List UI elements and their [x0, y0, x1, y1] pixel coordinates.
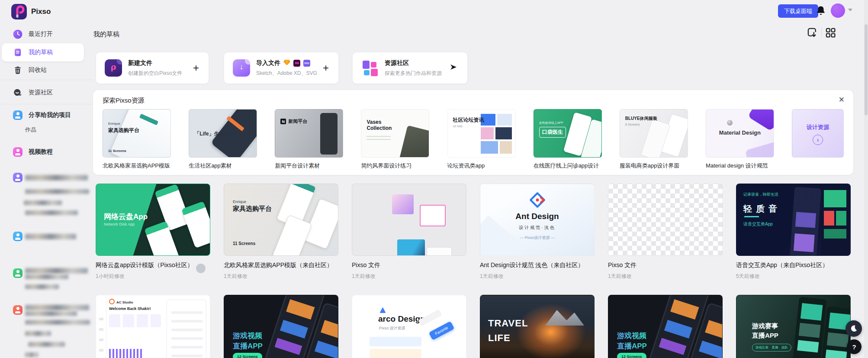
file-card-esport[interactable]: 游戏赛事 直播APP 游戏比赛、直播、战队 [736, 295, 851, 358]
sidebar-item-community[interactable]: 资源社区 [0, 85, 93, 100]
redacted-subitem[interactable] [25, 320, 90, 325]
file-thumbnail[interactable] [608, 184, 723, 256]
template-row: Enrique 家具选购平台 11 Screens 北欧风格家居选购APP模版 … [103, 109, 844, 170]
sort-order-icon[interactable] [807, 27, 818, 38]
grid-view-icon[interactable] [825, 27, 836, 38]
download-desktop-button[interactable]: 下载桌面端 [778, 4, 818, 18]
sidebar-divider [0, 104, 93, 104]
team-avatar-icon [13, 305, 23, 315]
resource-community-title: 资源社区 [385, 59, 442, 67]
file-card-empty-pixso-file[interactable]: Pixso 文件 1天前修改 [608, 184, 723, 280]
redacted-subitem[interactable] [28, 342, 65, 347]
help-button[interactable]: ? [847, 339, 862, 354]
import-file-icon: ↓ [233, 59, 250, 77]
import-file-title: 导入文件 [256, 59, 280, 67]
file-thumbnail[interactable]: 游戏视频 直播APP 12 Screens [224, 295, 338, 358]
redacted-team-item[interactable] [0, 170, 93, 185]
redacted-subitem[interactable] [25, 189, 89, 194]
sidebar-item-shared[interactable]: 分享给我的项目 [0, 107, 93, 123]
file-meta: 1天前修改 [608, 273, 723, 280]
file-meta: 1天前修改 [224, 273, 338, 280]
scrollbar-thumb[interactable] [865, 24, 868, 115]
redacted-team-item[interactable] [0, 265, 93, 281]
file-thumbnail[interactable]: 游戏视频 直播APP 12 Screens [608, 295, 723, 358]
file-thumbnail[interactable]: 网络云盘App Network Disk App [96, 184, 210, 256]
file-card-game-live-2[interactable]: 游戏视频 直播APP 12 Screens [608, 295, 723, 358]
sidebar-item-trash[interactable]: 回收站 [0, 62, 93, 78]
file-thumbnail[interactable]: AC Studio Welcome Back Shakir! [96, 295, 210, 358]
file-card-pixso-file[interactable]: Pixso 文件 1天前修改 [352, 184, 466, 280]
file-card-dashboard[interactable]: AC Studio Welcome Back Shakir! [96, 295, 210, 358]
redacted-text [25, 305, 89, 310]
template-card-forum[interactable]: 社区论坛资讯 UI kits 论坛资讯类app [447, 109, 516, 170]
template-card-nordic[interactable]: Enrique 家具选购平台 11 Screens 北欧风格家居选购APP模版 [103, 109, 171, 170]
template-card-medical[interactable]: 全民医保线上APP 口袋医生 在线医疗线上问诊app设计 [534, 109, 602, 170]
template-card-material[interactable]: Material Design Material design 设计规范 [706, 109, 774, 170]
notification-bell-icon[interactable] [815, 5, 826, 16]
file-card-game-live[interactable]: 游戏视频 直播APP 12 Screens [224, 295, 338, 358]
redacted-text [25, 274, 68, 279]
file-card-nordic-app[interactable]: Enrique 家具选购平台 11 Screens 北欧风格家居选购APP模版（… [224, 184, 338, 280]
close-icon[interactable]: ✕ [839, 95, 845, 104]
plus-icon[interactable]: + [323, 62, 329, 74]
file-title: 网络云盘app设计模版（Pixso社区） [96, 261, 210, 269]
team-avatar-icon [13, 232, 23, 241]
redacted-subitem[interactable] [25, 210, 78, 215]
redacted-team-item[interactable] [0, 302, 93, 318]
redacted-subitem[interactable] [25, 284, 59, 289]
scrollbar-track[interactable] [864, 0, 868, 358]
template-caption: 服装电商类app设计界面 [620, 162, 688, 170]
file-card-ant-design[interactable]: Ant Design 设计规范·浅色 — Pixso设计资源 — Ant Des… [480, 184, 595, 280]
redacted-subitem[interactable] [25, 331, 51, 336]
new-file-card[interactable]: ρ 新建文件 创建新的空白Pixso文件 + [96, 52, 209, 84]
file-meta: 1天前修改 [480, 273, 595, 280]
collaborator-avatar[interactable] [196, 264, 206, 273]
arrow-right-icon[interactable] [449, 62, 458, 74]
template-card-clothing[interactable]: BLUYE休闲服装 8 Screens 服装电商类app设计界面 [620, 109, 688, 170]
draft-file-icon [13, 48, 23, 57]
sidebar-item-drafts[interactable]: 我的草稿 [2, 43, 84, 61]
file-card-travel-life[interactable]: TRAVEL LIFE [480, 295, 595, 358]
sidebar-item-tutorials[interactable]: 视频教程 [0, 144, 93, 160]
file-thumbnail[interactable]: Ant Design 设计规范·浅色 — Pixso设计资源 — [480, 184, 595, 256]
theme-toggle-button[interactable] [845, 320, 862, 337]
file-thumbnail[interactable]: 记录语音，聆听生活 轻质音 语音交互类App [736, 184, 851, 256]
sidebar-subitem-works[interactable]: 作品 [25, 126, 36, 134]
file-card-voice-app[interactable]: 记录语音，聆听生活 轻质音 语音交互类App 语音交互类App（来自Pixso社… [736, 184, 851, 280]
file-thumbnail[interactable] [352, 184, 466, 256]
template-caption: 在线医疗线上问诊app设计 [534, 162, 602, 170]
sidebar: 最近打开 我的草稿 回收站 [0, 0, 93, 358]
file-thumbnail[interactable]: arco Design Pixso 设计资源 Favorite [352, 295, 466, 358]
redacted-team-item[interactable] [0, 229, 93, 244]
template-card-life[interactable]: 「Life」生活社区 生活社区app素材 [189, 109, 257, 170]
redacted-subitem[interactable] [24, 200, 62, 205]
template-card-news[interactable]: N 新闻平台 新闻平台设计素材 [275, 109, 343, 170]
file-thumbnail[interactable]: TRAVEL LIFE [480, 295, 595, 358]
file-thumbnail[interactable]: 游戏赛事 直播APP 游戏比赛、直播、战队 [736, 295, 851, 358]
shared-avatar-icon [13, 110, 23, 120]
new-file-title: 新建文件 [128, 59, 182, 67]
file-card-arco-design[interactable]: arco Design Pixso 设计资源 Favorite [352, 295, 466, 358]
sidebar-item-recent[interactable]: 最近打开 [0, 26, 93, 42]
import-file-card[interactable]: ↓ 导入文件 Xd SVG Sketch、Adobe XD、SVG + [224, 52, 339, 84]
template-caption: 新闻平台设计素材 [275, 162, 343, 170]
template-card-vases[interactable]: Vases Collection 简约风界面设计练习 [361, 109, 429, 170]
sidebar-divider [0, 80, 93, 80]
plus-icon[interactable]: + [193, 62, 199, 74]
tutorials-avatar-icon [13, 147, 23, 157]
resource-community-card[interactable]: 资源社区 探索更多热门作品和资源 [352, 52, 468, 84]
file-title: Pixso 文件 [608, 261, 723, 269]
redacted-text [25, 234, 76, 239]
redacted-text [25, 268, 88, 274]
file-thumbnail[interactable]: Enrique 家具选购平台 11 Screens [224, 184, 338, 256]
page-title: 我的草稿 [93, 30, 119, 39]
design-resources-card[interactable]: 设计资源 › [792, 109, 844, 170]
avatar-caret-icon[interactable] [848, 9, 852, 11]
file-card-cloud-app[interactable]: 网络云盘App Network Disk App 网络云盘app设计模版（Pix… [96, 184, 210, 280]
redacted-subitem[interactable] [25, 352, 38, 357]
explore-banner-title: 探索Pixso资源 [103, 97, 145, 105]
template-caption: Material design 设计规范 [706, 162, 774, 170]
redacted-text [25, 311, 77, 316]
arrow-circle-icon: › [813, 135, 823, 145]
user-avatar[interactable] [831, 3, 845, 18]
